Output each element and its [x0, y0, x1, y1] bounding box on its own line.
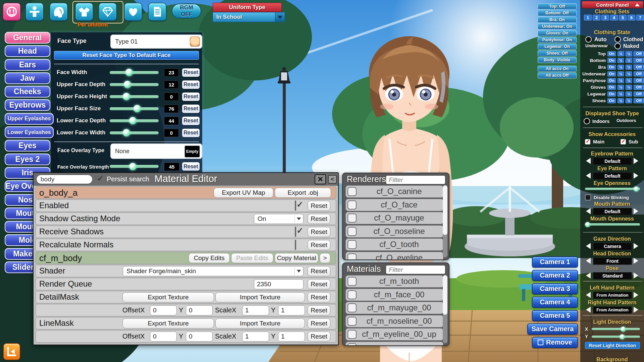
- prev-arrow-icon[interactable]: [583, 208, 591, 214]
- slider-reset-button[interactable]: Reset: [182, 93, 200, 101]
- renderer-item[interactable]: cf_O_mayuge: [345, 212, 443, 224]
- clothing-half-button[interactable]: ½: [618, 92, 624, 97]
- clothing-half-button[interactable]: ½: [618, 71, 624, 76]
- sidebar-item[interactable]: Cheeks: [5, 86, 50, 98]
- copy-material-button[interactable]: Copy Material: [275, 253, 318, 263]
- clothing-off-button[interactable]: Off: [634, 51, 644, 56]
- slider-reset-button[interactable]: Reset: [182, 117, 200, 125]
- sidebar-item[interactable]: Head: [5, 45, 50, 57]
- collapse-arrow-icon[interactable]: [635, 1, 640, 6]
- remove-camera-button[interactable]: Remove: [532, 337, 578, 348]
- export-obj-button[interactable]: Export .obj: [275, 188, 331, 198]
- material-item[interactable]: cf_m_face_00: [345, 289, 443, 301]
- prev-arrow-icon[interactable]: [583, 273, 591, 279]
- reset-button[interactable]: Reset: [308, 214, 330, 224]
- scale-y-input[interactable]: 1: [278, 305, 305, 315]
- eye-openness-slider[interactable]: [585, 188, 640, 190]
- clothing-on-button[interactable]: On: [607, 58, 616, 63]
- material-checkbox[interactable]: [347, 277, 357, 286]
- clothing-half-button[interactable]: ½: [626, 65, 632, 70]
- renderer-checkbox[interactable]: [347, 227, 357, 236]
- prev-arrow-icon[interactable]: [583, 307, 591, 313]
- face-slider[interactable]: [110, 71, 159, 74]
- face-slider[interactable]: [110, 119, 159, 122]
- clothing-on-button[interactable]: On: [607, 71, 616, 76]
- offset-y-input[interactable]: 0: [186, 305, 213, 315]
- clothing-on-button[interactable]: On: [607, 51, 616, 56]
- reset-button[interactable]: Reset: [308, 201, 330, 211]
- enabled-checkbox[interactable]: [295, 200, 296, 211]
- scrollbar[interactable]: [443, 185, 447, 257]
- export-texture-button[interactable]: Export Texture: [122, 292, 214, 302]
- clothing-half-button[interactable]: ½: [626, 85, 632, 90]
- sidebar-item[interactable]: Eyebrows: [5, 99, 50, 111]
- prev-arrow-icon[interactable]: [583, 292, 591, 298]
- material-item[interactable]: cf_m_mayuge_00: [345, 302, 443, 314]
- clothing-half-button[interactable]: ½: [618, 51, 624, 56]
- clothing-on-button[interactable]: On: [607, 92, 616, 97]
- checkbox-icon[interactable]: [585, 194, 591, 200]
- indoors-radio[interactable]: Indoors: [584, 118, 609, 124]
- sidebar-item[interactable]: Jaw: [5, 72, 50, 84]
- clothing-half-button[interactable]: ½: [618, 58, 624, 63]
- eyebrow-pattern-value[interactable]: Default: [593, 158, 632, 165]
- outdoors-radio[interactable]: Outdoors: [616, 118, 636, 123]
- clothing-off-button[interactable]: Off: [634, 98, 644, 103]
- clothing-set-button[interactable]: 3: [601, 15, 609, 20]
- overlay-strength-reset[interactable]: Reset: [182, 162, 200, 171]
- renderer-item[interactable]: cf_O_tooth: [345, 238, 443, 251]
- renderer-checkbox[interactable]: [347, 200, 357, 209]
- clothing-set-button[interactable]: 6: [628, 15, 635, 20]
- renderers-filter-input[interactable]: [386, 175, 445, 184]
- sidebar-item[interactable]: Lower Eyelashes: [5, 126, 54, 138]
- underwear-radio[interactable]: Underwear: [585, 43, 608, 48]
- exit-button[interactable]: [3, 343, 20, 360]
- light-y-slider[interactable]: [592, 336, 640, 338]
- scrollbar-thumb[interactable]: [443, 275, 447, 315]
- sidebar-item[interactable]: Upper Eyelashes: [5, 113, 54, 125]
- face-overlay-type-select[interactable]: None Empty: [110, 143, 202, 159]
- material-item[interactable]: cf_m_noseline_00: [345, 315, 443, 327]
- prev-arrow-icon[interactable]: [583, 258, 591, 264]
- offset-x-input[interactable]: 0: [150, 305, 177, 315]
- offset-x-input[interactable]: 0: [150, 331, 177, 342]
- naked-radio[interactable]: Naked: [614, 43, 639, 49]
- next-arrow-icon[interactable]: [634, 273, 641, 279]
- renderer-checkbox[interactable]: [347, 187, 357, 196]
- copy-edits-button[interactable]: Copy Edits: [189, 253, 230, 263]
- material-item[interactable]: cf_m_tooth: [345, 275, 443, 288]
- clothing-status-button[interactable]: Gloves: On: [538, 30, 577, 36]
- reset-button[interactable]: Reset: [308, 331, 330, 342]
- clothing-status-button[interactable]: Shoes: Off: [538, 50, 577, 56]
- clothing-half-button[interactable]: ½: [618, 85, 624, 90]
- bgm-toggle-button[interactable]: BGM OFF: [172, 4, 201, 18]
- eye-pattern-value[interactable]: Default: [593, 172, 632, 180]
- clothing-status-button[interactable]: Top: Off: [538, 3, 577, 9]
- renderer-item[interactable]: cf_O_noseline: [345, 225, 443, 238]
- collapse-icon[interactable]: <: [328, 175, 337, 184]
- next-arrow-icon[interactable]: [634, 243, 641, 249]
- save-camera-button[interactable]: Save Camera: [527, 323, 578, 335]
- clothing-status-button[interactable]: Pantyhose: On: [538, 37, 577, 43]
- clothing-on-button[interactable]: On: [607, 65, 616, 70]
- clothing-off-button[interactable]: Off: [634, 65, 644, 70]
- list-tab-button[interactable]: [148, 3, 166, 21]
- clothing-half-button[interactable]: ½: [626, 78, 632, 83]
- checkbox-icon[interactable]: [538, 340, 543, 345]
- clothing-half-button[interactable]: ½: [626, 51, 632, 56]
- shader-select[interactable]: Shader Forge/main_skin: [123, 266, 304, 276]
- material-checkbox[interactable]: [347, 290, 357, 299]
- clothes-tab-button[interactable]: [75, 3, 93, 21]
- prev-arrow-icon[interactable]: [583, 173, 591, 179]
- reset-light-direction-button[interactable]: Reset Light Direction: [585, 342, 640, 349]
- mouth-pattern-value[interactable]: Default: [593, 208, 632, 215]
- all-accs-button[interactable]: All accs Off: [538, 72, 577, 78]
- reset-button[interactable]: Reset: [308, 305, 330, 315]
- next-arrow-icon[interactable]: [634, 292, 641, 298]
- face-slider[interactable]: [110, 83, 159, 86]
- close-icon[interactable]: ✕: [315, 174, 326, 184]
- clothing-set-button[interactable]: 4: [610, 15, 618, 20]
- slider-reset-button[interactable]: Reset: [182, 105, 200, 113]
- overlay-empty-badge[interactable]: Empty: [184, 145, 200, 158]
- clothing-set-button[interactable]: 7: [636, 15, 644, 20]
